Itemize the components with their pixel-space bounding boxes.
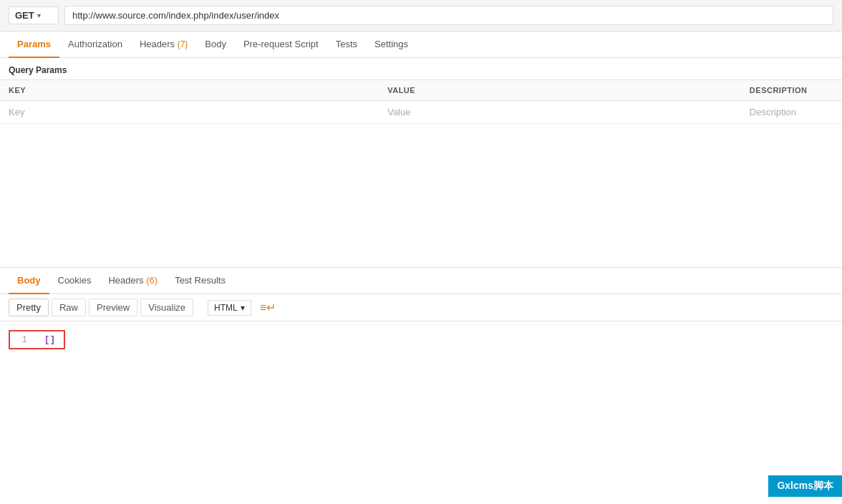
tab-pre-request-script[interactable]: Pre-request Script <box>235 32 327 58</box>
response-tab-headers[interactable]: Headers (6) <box>100 268 166 294</box>
table-row: Key Value Description <box>0 101 842 124</box>
format-chevron-icon: ▾ <box>241 303 245 313</box>
col-value: VALUE <box>379 80 741 101</box>
wrap-icon[interactable]: ≡↵ <box>260 301 276 314</box>
url-input[interactable] <box>64 6 833 25</box>
method-label: GET <box>15 10 34 21</box>
body-tab-preview[interactable]: Preview <box>89 299 137 316</box>
tab-params[interactable]: Params <box>9 32 59 58</box>
param-desc-cell[interactable]: Description <box>741 101 842 124</box>
tab-headers[interactable]: Headers (7) <box>131 32 196 58</box>
url-bar: GET ▾ <box>0 0 842 32</box>
body-tab-pretty[interactable]: Pretty <box>9 299 49 316</box>
method-select[interactable]: GET ▾ <box>9 6 59 24</box>
format-select-label: HTML <box>214 303 238 313</box>
chevron-down-icon: ▾ <box>37 11 41 19</box>
response-tab-body[interactable]: Body <box>9 268 49 294</box>
response-headers-badge: (6) <box>146 275 158 286</box>
response-content: 1 [] <box>0 321 842 358</box>
request-tabs: Params Authorization Headers (7) Body Pr… <box>0 32 842 58</box>
params-table: KEY VALUE DESCRIPTION Key Value Descript… <box>0 79 842 124</box>
param-value-cell[interactable]: Value <box>379 101 741 124</box>
body-tab-raw[interactable]: Raw <box>52 299 86 316</box>
tab-authorization[interactable]: Authorization <box>59 32 131 58</box>
response-tabs: Body Cookies Headers (6) Test Results <box>0 268 842 294</box>
body-tab-visualize[interactable]: Visualize <box>140 299 193 316</box>
headers-badge: (7) <box>178 39 188 49</box>
response-code: [] <box>44 334 56 345</box>
col-description: DESCRIPTION <box>741 80 842 101</box>
col-key: KEY <box>0 80 379 101</box>
format-select[interactable]: HTML ▾ <box>208 300 251 316</box>
line-number: 1 <box>13 334 27 345</box>
response-tab-cookies[interactable]: Cookies <box>49 268 100 294</box>
response-tab-test-results[interactable]: Test Results <box>166 268 234 294</box>
response-highlight-box: 1 [] <box>9 330 65 349</box>
param-key-cell[interactable]: Key <box>0 101 379 124</box>
tab-settings[interactable]: Settings <box>366 32 417 58</box>
tab-body[interactable]: Body <box>196 32 235 58</box>
tab-tests[interactable]: Tests <box>327 32 366 58</box>
body-toolbar: Pretty Raw Preview Visualize HTML ▾ ≡↵ <box>0 294 842 321</box>
query-params-label: Query Params <box>0 58 842 79</box>
